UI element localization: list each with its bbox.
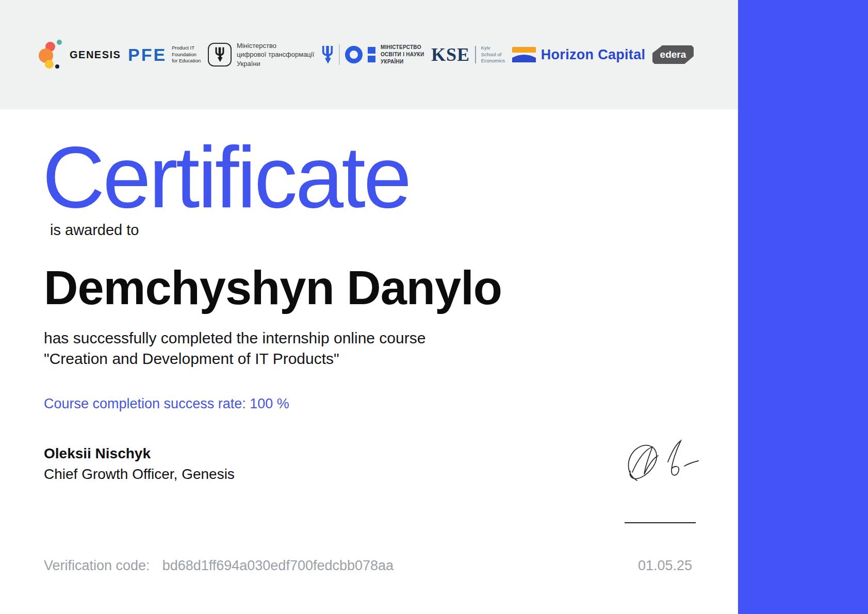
pfe-caption-line: Product IT xyxy=(172,45,201,52)
genesis-circle xyxy=(55,64,59,69)
completion-rate: Course completion success rate: 100 % xyxy=(44,396,289,412)
pfe-wordmark: PFE xyxy=(128,45,167,65)
mintsyfra-caption-line: України xyxy=(237,59,314,68)
verification-code: bd68d1ff694a030edf700fedcbb078aa xyxy=(162,558,394,573)
pfe-caption: Product IT Foundation for Education xyxy=(172,45,201,64)
verification-label: Verification code: xyxy=(44,558,150,573)
signer-block: Oleksii Nischyk Chief Growth Officer, Ge… xyxy=(44,443,235,485)
genesis-circle xyxy=(57,40,62,45)
side-accent-band xyxy=(738,0,868,614)
mon-caption-line: МІНІСТЕРСТВО xyxy=(381,44,424,51)
recipient-name: Demchyshyn Danylo xyxy=(44,261,502,315)
kse-divider xyxy=(475,46,476,63)
signature-line xyxy=(625,522,696,523)
logo-kse: KSE Kyiv School of Economics xyxy=(431,44,505,65)
mon-ring-icon xyxy=(345,46,363,63)
mon-squares-icon xyxy=(368,47,375,62)
signature xyxy=(621,438,704,490)
course-description-line: has successfully completed the internshi… xyxy=(44,328,425,349)
partner-logos-header: GENESIS PFE Product IT Foundation for Ed… xyxy=(0,0,738,109)
horizon-flag-icon xyxy=(512,47,536,62)
logo-edera: edera xyxy=(652,45,694,64)
mon-caption-line: ОСВІТИ І НАУКИ xyxy=(381,51,424,58)
signer-title: Chief Growth Officer, Genesis xyxy=(44,464,235,485)
signer-name: Oleksii Nischyk xyxy=(44,443,235,464)
course-description: has successfully completed the internshi… xyxy=(44,328,425,369)
mintsyfra-caption-line: Міністерство xyxy=(237,41,314,50)
mon-square xyxy=(368,47,375,54)
mon-divider xyxy=(339,44,340,65)
trident-badge-icon xyxy=(208,43,232,67)
genesis-circles-icon xyxy=(39,40,64,70)
pfe-caption-line: for Education xyxy=(172,58,201,64)
logo-mintsyfra: Міністерство цифрової трансформації Укра… xyxy=(208,41,314,68)
certificate-page: GENESIS PFE Product IT Foundation for Ed… xyxy=(0,0,868,614)
pfe-caption-line: Foundation xyxy=(172,52,201,58)
issue-date: 01.05.25 xyxy=(638,558,692,574)
horizon-wordmark: Horizon Capital xyxy=(541,47,646,63)
certificate-title: Certificate xyxy=(42,132,410,223)
genesis-wordmark: GENESIS xyxy=(70,49,121,61)
kse-caption-line: Kyiv xyxy=(481,45,505,52)
course-description-line: "Creation and Development of IT Products… xyxy=(44,349,425,369)
logo-genesis: GENESIS xyxy=(39,40,121,70)
mon-caption: МІНІСТЕРСТВО ОСВІТИ І НАУКИ УКРАЇНИ xyxy=(381,44,424,65)
mon-square xyxy=(368,56,375,62)
verification-row: Verification code:bd68d1ff694a030edf700f… xyxy=(44,558,394,574)
kse-wordmark: KSE xyxy=(431,44,470,65)
mintsyfra-caption: Міністерство цифрової трансформації Укра… xyxy=(237,41,314,68)
genesis-circle xyxy=(45,60,54,69)
mon-trident-icon xyxy=(321,46,334,64)
logo-horizon-capital: Horizon Capital xyxy=(512,47,646,63)
awarded-to-text: is awarded to xyxy=(50,222,139,239)
kse-caption-line: Economics xyxy=(481,58,505,64)
mintsyfra-caption-line: цифрової трансформації xyxy=(237,50,314,59)
kse-caption-line: School of xyxy=(481,52,505,58)
mon-caption-line: УКРАЇНИ xyxy=(381,58,424,65)
logo-pfe: PFE Product IT Foundation for Education xyxy=(128,45,201,65)
kse-caption: Kyiv School of Economics xyxy=(481,45,505,64)
edera-wordmark: edera xyxy=(660,49,686,60)
logo-mon: МІНІСТЕРСТВО ОСВІТИ І НАУКИ УКРАЇНИ xyxy=(321,44,424,65)
